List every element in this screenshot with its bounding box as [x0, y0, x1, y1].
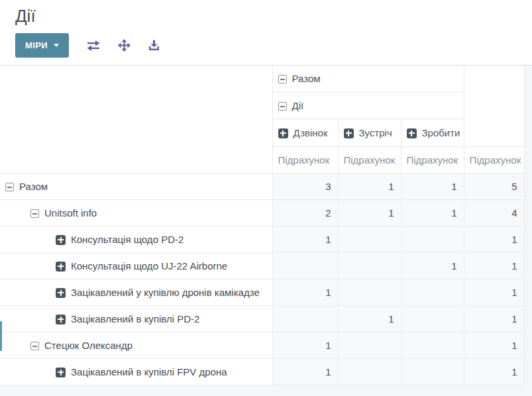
value-cell: 1: [338, 173, 401, 199]
expand-icon: [344, 128, 354, 138]
col-header-todo[interactable]: Зробити: [401, 119, 464, 146]
pivot-corner-cell: [0, 66, 272, 173]
table-row: Разом3115: [0, 173, 524, 199]
value-cell: [401, 226, 464, 252]
table-row: Зацікавлений в купівлі FPV дрона11: [0, 358, 524, 385]
value-cell: 4: [464, 199, 524, 226]
pivot-toolbar: МІРИ: [15, 33, 532, 58]
value-cell: 1: [272, 358, 338, 385]
value-cell: [401, 279, 464, 305]
row-label: Зацікавлений в купівлі FPV дрона: [71, 366, 227, 377]
row-header[interactable]: Зацікавлений в купівлі FPV дрона: [0, 358, 272, 385]
row-header[interactable]: Консультація щодо PD-2: [0, 226, 272, 252]
col-group-label: Дії: [292, 100, 304, 111]
table-row: Зацікавлений у купівлю дронів камікадзе1…: [0, 279, 524, 305]
value-cell: [272, 305, 338, 332]
page-title: Дії: [0, 0, 532, 26]
value-cell: [338, 358, 401, 385]
table-row: Зацікавлений в купівлі PD-211: [0, 305, 524, 332]
col-group-row: Разом: [0, 66, 524, 92]
value-cell: [401, 332, 464, 358]
value-cell: 1: [464, 332, 524, 358]
total-column-spacer: [464, 66, 524, 146]
expand-all-icon[interactable]: [118, 39, 131, 52]
value-cell: 2: [272, 199, 338, 226]
value-cell: 1: [338, 199, 401, 226]
value-cell: 1: [401, 252, 464, 279]
expand-icon: [56, 235, 66, 245]
collapse-icon: [278, 75, 287, 83]
value-cell: 1: [464, 358, 524, 385]
measure-header[interactable]: Підрахунок: [401, 146, 464, 173]
table-row: Unitsoft info2114: [0, 199, 524, 226]
value-cell: 1: [272, 332, 338, 358]
row-header[interactable]: Стецюк Олександр: [0, 332, 272, 358]
collapse-icon: [278, 102, 287, 111]
value-cell: 1: [464, 279, 524, 305]
chevron-down-icon: [54, 44, 59, 47]
row-label: Консультація щодо PD-2: [71, 234, 184, 245]
value-cell: 1: [338, 305, 401, 332]
table-row: Консультація щодо PD-211: [0, 226, 524, 252]
value-cell: 1: [272, 226, 338, 252]
pivot-view: Разом Дії Дзвінок Зустріч Зробити: [0, 65, 532, 396]
expand-icon: [407, 128, 417, 138]
value-cell: [272, 252, 338, 279]
value-cell: 1: [464, 226, 524, 252]
row-label: Зацікавлений в купівлі PD-2: [71, 313, 199, 324]
col-header-call[interactable]: Дзвінок: [272, 119, 338, 146]
value-cell: 1: [272, 279, 338, 305]
download-icon[interactable]: [148, 40, 160, 51]
collapse-icon: [5, 183, 14, 191]
expand-icon: [278, 128, 288, 138]
col-group-actions[interactable]: Дії: [272, 92, 464, 119]
value-cell: [401, 305, 464, 332]
table-row: Стецюк Олександр11: [0, 332, 524, 358]
expand-icon: [56, 315, 66, 324]
pivot-table: Разом Дії Дзвінок Зустріч Зробити: [0, 66, 525, 385]
row-label: Разом: [19, 181, 48, 192]
col-group-label: Разом: [292, 73, 321, 84]
measures-button[interactable]: МІРИ: [15, 33, 69, 58]
value-cell: 3: [272, 173, 338, 199]
measure-header[interactable]: Підрахунок: [464, 146, 524, 173]
flip-axis-icon[interactable]: [87, 40, 100, 51]
scrollbar-thumb[interactable]: [0, 321, 2, 351]
measures-button-label: МІРИ: [25, 40, 48, 50]
value-cell: [338, 332, 401, 358]
value-cell: [338, 252, 401, 279]
row-label: Unitsoft info: [44, 207, 97, 219]
col-header-label: Зробити: [422, 127, 460, 138]
expand-icon: [56, 368, 66, 377]
row-header[interactable]: Разом: [0, 173, 272, 199]
row-header[interactable]: Зацікавлений в купівлі PD-2: [0, 305, 272, 332]
pivot-body: Разом3115Unitsoft info2114Консультація щ…: [0, 173, 524, 385]
value-cell: [401, 358, 464, 385]
value-cell: 1: [401, 199, 464, 226]
row-header[interactable]: Unitsoft info: [0, 199, 272, 226]
row-label: Консультація щодо UJ-22 Airborne: [71, 260, 227, 272]
collapse-icon: [30, 342, 39, 350]
col-header-meeting[interactable]: Зустріч: [338, 119, 401, 146]
table-row: Консультація щодо UJ-22 Airborne11: [0, 252, 524, 279]
row-label: Зацікавлений у купівлю дронів камікадзе: [71, 287, 260, 298]
value-cell: 1: [464, 305, 524, 332]
expand-icon: [56, 288, 66, 298]
row-header[interactable]: Консультація щодо UJ-22 Airborne: [0, 252, 272, 279]
value-cell: 1: [464, 252, 524, 279]
value-cell: [338, 226, 401, 252]
value-cell: [338, 279, 401, 305]
value-cell: 1: [401, 173, 464, 199]
expand-icon: [56, 262, 66, 272]
row-header[interactable]: Зацікавлений у купівлю дронів камікадзе: [0, 279, 272, 305]
col-header-label: Зустріч: [359, 127, 392, 138]
collapse-icon: [30, 209, 39, 218]
measure-header[interactable]: Підрахунок: [272, 146, 338, 173]
col-header-label: Дзвінок: [293, 127, 328, 138]
measure-header[interactable]: Підрахунок: [338, 146, 401, 173]
value-cell: 5: [464, 173, 524, 199]
col-group-total[interactable]: Разом: [272, 66, 464, 92]
row-label: Стецюк Олександр: [44, 340, 133, 351]
